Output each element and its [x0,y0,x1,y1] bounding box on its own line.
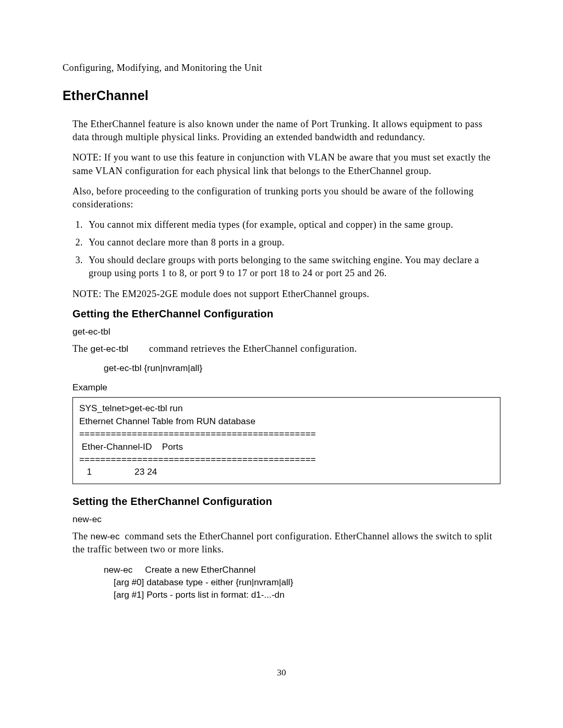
note-paragraph-1: NOTE: If you want to use this feature in… [72,151,500,177]
setting-content-block: Setting the EtherChannel Configuration n… [72,496,500,601]
setting-desc-prefix: The [72,531,91,541]
main-content-block: The EtherChannel feature is also known u… [72,118,500,393]
setting-syntax: new-ec Create a new EtherChannel [arg #0… [104,563,500,601]
getting-command-name: get-ec-tbl [72,326,500,337]
intro-paragraph-1: The EtherChannel feature is also known u… [72,118,500,144]
getting-desc-suffix: command retrieves the EtherChannel confi… [146,343,357,354]
note-paragraph-2: NOTE: The EM2025-2GE module does not sup… [72,288,500,301]
intro-paragraph-2: Also, before proceeding to the configura… [72,185,500,211]
example-box: SYS_telnet>get-ec-tbl run Ethernet Chann… [72,397,500,484]
setting-description: The new-ec command sets the EtherChannel… [72,530,500,556]
list-item: You should declare groups with ports bel… [85,254,500,280]
setting-desc-suffix: command sets the EtherChannel port confi… [72,531,492,554]
setting-heading: Setting the EtherChannel Configuration [72,496,500,508]
getting-description: The get-ec-tbl command retrieves the Eth… [72,342,500,355]
page-number: 30 [0,667,563,678]
considerations-list: You cannot mix different media types (fo… [72,218,500,280]
getting-heading: Getting the EtherChannel Configuration [72,308,500,320]
document-page: Configuring, Modifying, and Monitoring t… [0,0,563,728]
list-item: You cannot mix different media types (fo… [85,218,500,232]
setting-desc-command: new-ec [91,531,120,541]
getting-desc-command: get-ec-tbl [91,343,129,354]
main-heading: EtherChannel [63,88,500,103]
setting-command-name: new-ec [72,514,500,525]
list-item: You cannot declare more than 8 ports in … [85,236,500,250]
getting-syntax: get-ec-tbl {run|nvram|all} [104,363,500,374]
running-header: Configuring, Modifying, and Monitoring t… [63,63,500,73]
getting-desc-prefix: The [72,343,91,354]
example-label: Example [72,382,500,393]
